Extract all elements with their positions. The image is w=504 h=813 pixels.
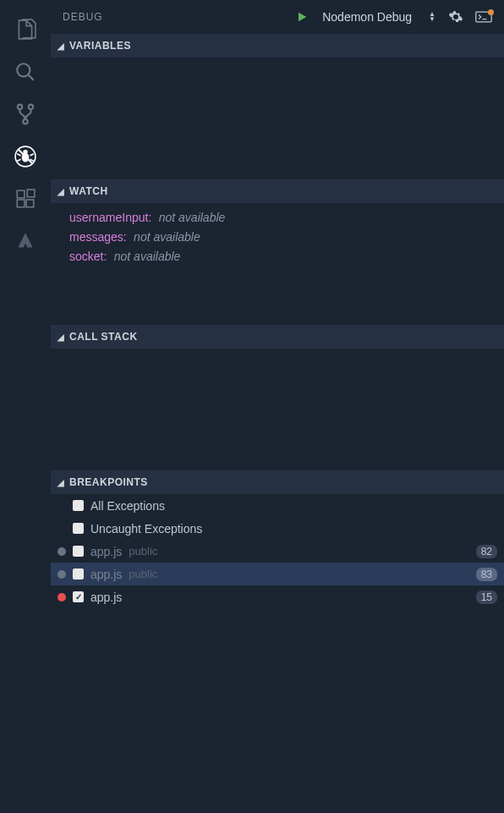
breakpoint-label: app.js xyxy=(90,568,122,581)
svg-point-4 xyxy=(23,119,27,124)
sidebar-header: DEBUG Nodemon Debug ▲▼ xyxy=(51,0,504,34)
breakpoints-body: All ExceptionsUncaught Exceptionsapp.jsp… xyxy=(51,494,504,813)
svg-rect-17 xyxy=(476,12,491,22)
svg-line-9 xyxy=(17,154,20,156)
watch-name: messages: xyxy=(69,230,127,244)
section-title: CALL STACK xyxy=(69,331,138,343)
activity-item-search[interactable] xyxy=(0,51,51,93)
chevron-down-icon: ◢ xyxy=(58,332,66,342)
sidebar-title: DEBUG xyxy=(63,11,295,23)
section-header-watch[interactable]: ◢ WATCH xyxy=(51,179,504,203)
activity-item-extensions[interactable] xyxy=(0,178,51,220)
debug-console-button[interactable] xyxy=(475,11,492,23)
breakpoint-row[interactable]: ✓app.js15 xyxy=(51,585,504,608)
svg-point-2 xyxy=(18,105,22,109)
activity-item-debug[interactable] xyxy=(0,135,51,178)
svg-line-10 xyxy=(30,154,33,156)
activity-item-explorer[interactable] xyxy=(0,8,51,51)
watch-name: usernameInput: xyxy=(69,211,151,224)
breakpoint-checkbox[interactable] xyxy=(73,523,84,534)
variables-body xyxy=(51,58,504,179)
section-header-variables[interactable]: ◢ VARIABLES xyxy=(51,34,504,58)
chevron-down-icon: ◢ xyxy=(58,41,66,51)
svg-point-3 xyxy=(29,105,33,109)
svg-point-0 xyxy=(17,63,30,76)
svg-rect-15 xyxy=(26,200,34,207)
chevron-down-icon: ◢ xyxy=(58,478,66,487)
activity-item-scm[interactable] xyxy=(0,93,51,135)
svg-line-1 xyxy=(28,74,34,80)
breakpoint-label: All Exceptions xyxy=(90,499,165,513)
watch-item[interactable]: usernameInput: not available xyxy=(51,208,504,228)
breakpoint-checkbox[interactable] xyxy=(73,546,84,557)
breakpoint-row[interactable]: All Exceptions xyxy=(51,494,504,517)
section-title: BREAKPOINTS xyxy=(69,476,148,488)
source-control-icon xyxy=(14,103,36,125)
svg-point-7 xyxy=(23,150,27,154)
watch-body: usernameInput: not available messages: n… xyxy=(51,203,504,325)
extensions-icon xyxy=(14,188,36,210)
section-header-breakpoints[interactable]: ◢ BREAKPOINTS xyxy=(51,470,504,494)
breakpoint-checkbox[interactable] xyxy=(73,569,84,580)
breakpoint-checkbox[interactable] xyxy=(73,500,84,511)
search-icon xyxy=(14,61,36,83)
watch-value: not available xyxy=(134,230,200,244)
breakpoint-label: Uncaught Exceptions xyxy=(90,522,202,536)
debug-config-select[interactable]: Nodemon Debug xyxy=(322,10,412,24)
watch-value: not available xyxy=(159,211,226,224)
breakpoint-label: app.js xyxy=(90,545,122,558)
section-header-callstack[interactable]: ◢ CALL STACK xyxy=(51,325,504,349)
breakpoint-indicator xyxy=(58,570,66,579)
watch-item[interactable]: socket: not available xyxy=(51,247,504,266)
section-title: VARIABLES xyxy=(69,40,131,52)
debug-icon xyxy=(14,146,36,168)
config-dropdown-icon[interactable]: ▲▼ xyxy=(429,12,436,22)
debug-sidebar: DEBUG Nodemon Debug ▲▼ ◢ VARIABLES ◢ WAT… xyxy=(51,0,504,813)
svg-line-11 xyxy=(17,159,20,161)
breakpoint-indicator xyxy=(58,502,66,510)
watch-value: not available xyxy=(114,250,181,263)
breakpoint-checkbox[interactable]: ✓ xyxy=(73,591,84,602)
svg-rect-14 xyxy=(17,200,25,207)
breakpoint-path: public xyxy=(129,545,157,558)
files-icon xyxy=(14,19,36,41)
svg-rect-16 xyxy=(27,190,35,197)
breakpoint-row[interactable]: Uncaught Exceptions xyxy=(51,517,504,540)
breakpoint-row[interactable]: app.jspublic83 xyxy=(51,563,504,585)
breakpoint-line-badge: 82 xyxy=(476,545,497,558)
header-actions: Nodemon Debug ▲▼ xyxy=(295,9,492,25)
section-title: WATCH xyxy=(69,185,108,197)
settings-button[interactable] xyxy=(448,9,463,25)
breakpoint-line-badge: 15 xyxy=(476,591,497,604)
watch-name: socket: xyxy=(69,250,107,263)
breakpoint-path: public xyxy=(129,568,157,580)
callstack-body xyxy=(51,349,504,470)
breakpoint-label: app.js xyxy=(90,591,122,604)
activity-item-azure[interactable] xyxy=(0,220,51,262)
breakpoint-row[interactable]: app.jspublic82 xyxy=(51,540,504,563)
breakpoint-line-badge: 83 xyxy=(476,568,497,581)
azure-icon xyxy=(14,230,36,252)
breakpoint-indicator xyxy=(58,525,66,533)
breakpoint-indicator xyxy=(58,593,66,602)
breakpoint-indicator xyxy=(58,547,66,556)
chevron-down-icon: ◢ xyxy=(58,187,66,196)
activity-bar xyxy=(0,0,51,813)
start-debug-button[interactable] xyxy=(295,10,309,24)
watch-item[interactable]: messages: not available xyxy=(51,228,504,247)
svg-rect-13 xyxy=(17,190,25,198)
